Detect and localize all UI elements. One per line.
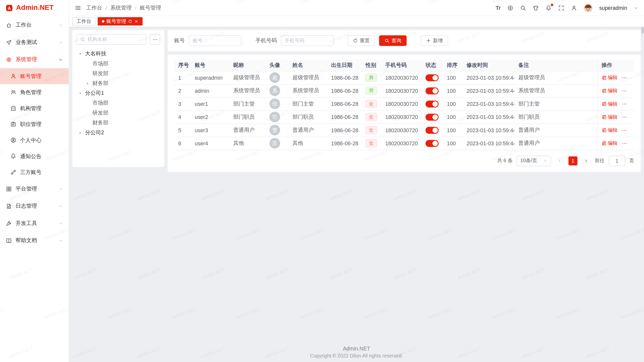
goto-label: 前往 (595, 157, 605, 164)
sidebar-item-label: 日志管理 (16, 202, 37, 210)
status-toggle[interactable] (425, 100, 438, 107)
sidebar-subitem[interactable]: 角色管理 (0, 84, 69, 100)
status-toggle[interactable] (425, 113, 438, 120)
tree-node-label: 分公司2 (85, 129, 104, 136)
account-input[interactable] (193, 38, 238, 43)
sidebar-item[interactable]: 工作台 (0, 16, 69, 34)
sidebar-subitem[interactable]: 通知公告 (0, 148, 69, 164)
phone-field[interactable] (281, 35, 334, 46)
cell-birth-date: 1986-06-28 (327, 97, 361, 110)
tab-active-dot (102, 20, 104, 23)
cell-birth-date: 1986-06-28 (327, 123, 361, 137)
edit-button[interactable]: 编辑 (601, 74, 618, 81)
cell-name: 部门职员 (288, 110, 327, 123)
column-header: 账号 (191, 60, 229, 71)
sidebar-item[interactable]: 开发工具 (0, 215, 69, 232)
row-more-button[interactable] (622, 127, 627, 133)
status-toggle[interactable] (425, 87, 438, 94)
cell-actions: 编辑 (597, 71, 634, 84)
add-button[interactable]: 新增 (421, 35, 448, 46)
status-toggle[interactable] (425, 74, 438, 81)
tree-node[interactable]: 分公司1 (76, 88, 160, 98)
sidebar-item[interactable]: 平台管理 (0, 180, 69, 198)
cell-status (421, 97, 443, 110)
status-toggle[interactable] (425, 140, 438, 147)
tree-node[interactable]: 市场部 (76, 98, 160, 108)
chevron-down-icon (58, 221, 63, 225)
tree-node[interactable]: 研发部 (76, 108, 160, 118)
tree-node[interactable]: 财务部 (76, 118, 160, 128)
next-page-button[interactable] (582, 156, 591, 165)
phone-label: 手机号码 (256, 37, 277, 44)
sidebar-subitem[interactable]: 账号管理 (0, 68, 69, 84)
tree-node[interactable]: 大名科技 (76, 49, 160, 59)
tree-node[interactable]: 分公司2 (76, 128, 160, 138)
edit-button[interactable]: 编辑 (601, 100, 618, 107)
scrollbar[interactable] (641, 27, 643, 34)
search-button[interactable]: 查询 (379, 35, 407, 46)
sidebar-subitem[interactable]: 机构管理 (0, 100, 69, 116)
phone-input[interactable] (285, 38, 330, 43)
column-header: 出生日期 (327, 60, 361, 71)
tab-account-management[interactable]: 账号管理 (98, 17, 143, 26)
cell-actions: 编辑 (597, 110, 634, 123)
theme-icon[interactable] (533, 5, 539, 11)
sidebar-subitem[interactable]: 职位管理 (0, 116, 69, 132)
row-avatar: 部 (269, 99, 280, 109)
caret-right-icon[interactable] (78, 130, 84, 135)
menu-toggle-icon[interactable] (75, 5, 81, 11)
fullscreen-icon[interactable] (558, 5, 564, 11)
goto-page-input[interactable] (609, 155, 625, 166)
edit-button[interactable]: 编辑 (601, 113, 618, 120)
org-search-field[interactable] (76, 34, 146, 45)
row-more-button[interactable] (622, 88, 627, 93)
column-header: 昵称 (229, 60, 265, 71)
avatar[interactable] (584, 3, 593, 12)
cell-name: 系统管理员 (288, 84, 327, 97)
org-search-input[interactable] (88, 36, 143, 42)
discover-icon[interactable] (507, 5, 513, 11)
caret-right-icon[interactable] (86, 81, 91, 85)
reset-button[interactable]: 重置 (347, 35, 375, 46)
sidebar: Admin.NET 工作台业务测试系统管理账号管理角色管理机构管理职位管理个人中… (0, 0, 69, 362)
page-number-button[interactable]: 1 (569, 156, 578, 165)
edit-button[interactable]: 编辑 (601, 140, 618, 147)
profile-icon[interactable] (571, 5, 577, 11)
status-toggle[interactable] (425, 127, 438, 134)
breadcrumb-item[interactable]: 工作台 (86, 4, 102, 11)
row-more-button[interactable] (622, 75, 627, 80)
tree-node[interactable]: 研发部 (76, 69, 160, 78)
sidebar-item[interactable]: 日志管理 (0, 197, 69, 215)
sidebar-subitem[interactable]: 个人中心 (0, 132, 69, 148)
app-logo[interactable]: Admin.NET (0, 0, 69, 16)
cell-modified-time: 2023-01-03 10:59:44 (462, 123, 514, 137)
org-more-button[interactable] (149, 34, 160, 45)
tab-workbench[interactable]: 工作台 (72, 17, 95, 26)
sidebar-subitem[interactable]: 三方账号 (0, 164, 69, 180)
tree-node[interactable]: 市场部 (76, 59, 160, 68)
sidebar-item-label: 开发工具 (16, 219, 37, 227)
caret-down-icon[interactable] (78, 52, 84, 56)
cell-index: 4 (174, 110, 190, 123)
tree-node[interactable]: 财务部 (76, 78, 160, 88)
search-icon[interactable] (520, 5, 526, 11)
notification-icon[interactable] (545, 5, 551, 11)
breadcrumb-item[interactable]: 系统管理 (110, 4, 132, 11)
edit-button[interactable]: 编辑 (601, 127, 618, 134)
caret-down-icon[interactable] (78, 91, 84, 96)
chevron-down-icon[interactable] (634, 6, 638, 10)
sidebar-item[interactable]: 系统管理 (0, 51, 69, 68)
row-more-button[interactable] (622, 101, 627, 106)
tab-refresh-icon[interactable] (128, 19, 132, 23)
sidebar-item[interactable]: 业务测试 (0, 34, 69, 51)
username[interactable]: superadmin (599, 5, 627, 11)
account-field[interactable] (189, 35, 242, 46)
font-size-icon[interactable]: Tr (496, 5, 501, 11)
edit-button[interactable]: 编辑 (601, 87, 618, 94)
row-more-button[interactable] (622, 141, 627, 146)
prev-page-button[interactable] (555, 156, 564, 165)
page-size-select[interactable]: 10条/页 (517, 155, 551, 166)
tab-close-icon[interactable] (134, 19, 138, 23)
row-more-button[interactable] (622, 114, 627, 120)
sidebar-item[interactable]: 帮助文档 (0, 232, 69, 249)
